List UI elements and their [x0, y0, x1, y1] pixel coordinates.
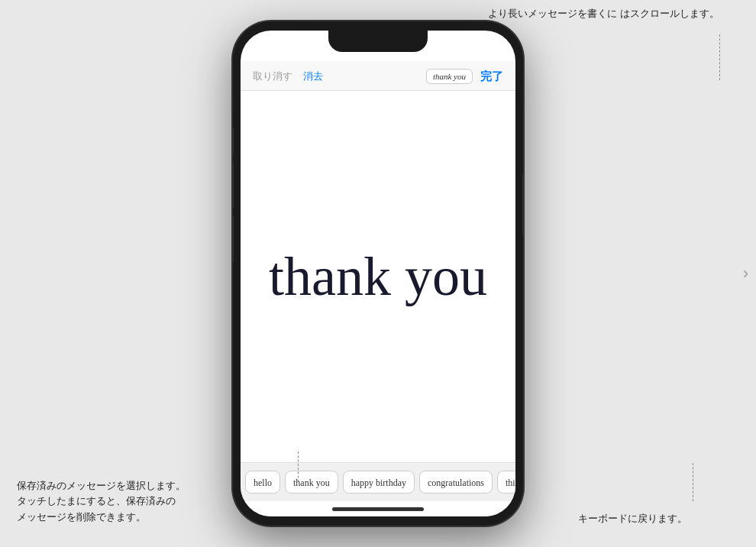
toolbar-left: 取り消す 消去	[253, 70, 323, 83]
done-button[interactable]: 完了	[480, 70, 503, 84]
erase-button[interactable]: 消去	[303, 70, 323, 83]
preview-chip: thank you	[426, 69, 473, 84]
annotation-line-bottom-right	[693, 463, 693, 501]
iphone-side-button-vol-down	[233, 216, 234, 262]
scroll-right-arrow[interactable]: ›	[743, 264, 748, 283]
phrase-chip-thank-you[interactable]: thank you	[285, 471, 338, 494]
toolbar-right: thank you 完了	[426, 69, 503, 84]
phrase-chip-happy-birthday[interactable]: happy birthday	[343, 471, 415, 494]
annotation-line-bottom-center	[298, 452, 299, 482]
phrase-chip-congratulations[interactable]: congratulations	[419, 471, 493, 494]
iphone-notch	[328, 31, 428, 52]
phrase-chip-thinking-of-you[interactable]: thinking of you	[497, 471, 515, 494]
annotation-bottom-right: キーボードに戻ります。	[578, 512, 687, 526]
phrase-chip-hello[interactable]: hello	[245, 471, 280, 494]
undo-button[interactable]: 取り消す	[253, 70, 292, 83]
screen-content: 取り消す 消去 thank you 完了 thank you hello	[241, 31, 515, 516]
iphone-side-button-vol-up	[233, 163, 234, 209]
home-bar	[332, 507, 424, 511]
toolbar: 取り消す 消去 thank you 完了	[241, 61, 515, 91]
annotation-top-right: より長いメッセージを書くに はスクロールします。	[488, 6, 719, 21]
writing-area[interactable]: thank you	[241, 91, 515, 462]
home-indicator	[241, 501, 515, 516]
annotation-line-top-right	[719, 34, 720, 80]
phrases-bar: hello thank you happy birthday congratul…	[241, 462, 515, 501]
iphone-side-button-mute	[233, 128, 234, 155]
handwriting-content: thank you	[261, 236, 495, 317]
annotation-bottom-left: 保存済みのメッセージを選択します。 タッチしたまにすると、保存済みの メッセージ…	[17, 478, 186, 526]
iphone-screen: 取り消す 消去 thank you 完了 thank you hello	[241, 31, 515, 516]
iphone-frame: 取り消す 消去 thank you 完了 thank you hello	[233, 21, 523, 526]
iphone-side-button-power	[522, 174, 523, 235]
